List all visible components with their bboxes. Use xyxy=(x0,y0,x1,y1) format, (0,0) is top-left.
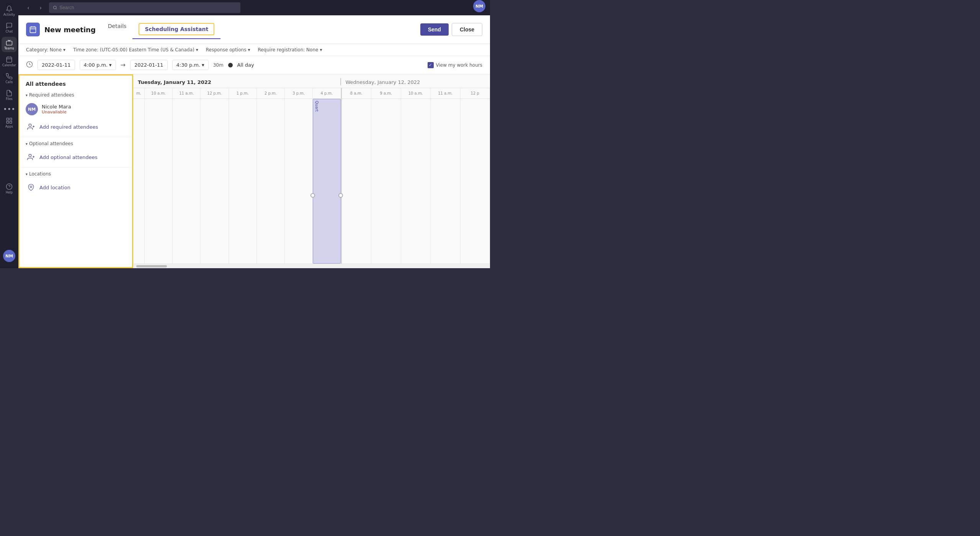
timezone-chevron: ▾ xyxy=(196,47,198,52)
all-attendees-header: All attendees xyxy=(20,75,132,90)
sidebar-item-help[interactable]: Help xyxy=(2,181,17,196)
optional-section-label: Optional attendees xyxy=(29,141,73,146)
day2-grid xyxy=(342,99,490,264)
tab-scheduling[interactable]: Scheduling Assistant xyxy=(132,20,220,39)
tab-details[interactable]: Details xyxy=(102,20,133,39)
end-time-chevron: ▾ xyxy=(202,62,204,68)
registration-option[interactable]: Require registration: None ▾ xyxy=(258,47,322,52)
end-time-select[interactable]: 4:30 p.m. ▾ xyxy=(172,60,209,70)
sidebar-item-teams[interactable]: Teams xyxy=(2,37,17,52)
time-header-row: m. 10 a.m. 11 a.m. 12 p.m. 1 p.m. 2 p.m.… xyxy=(133,88,490,99)
datetime-row: 2022-01-11 4:00 p.m. ▾ → 2022-01-11 4:30… xyxy=(18,56,490,74)
response-option[interactable]: Response options ▾ xyxy=(206,47,250,52)
day2-time-slots: 8 a.m. 9 a.m. 10 a.m. 11 a.m. 12 p xyxy=(341,88,490,98)
add-optional-label: Add optional attendees xyxy=(39,154,98,160)
locations-chevron: ▾ xyxy=(26,172,28,176)
add-location-button[interactable]: Add location xyxy=(20,179,132,196)
day1-time-slots: m. 10 a.m. 11 a.m. 12 p.m. 1 p.m. 2 p.m.… xyxy=(133,88,341,98)
attendee-item-nicole: NM Nicole Mara Unavailable xyxy=(20,100,132,118)
col-1pm xyxy=(229,99,257,264)
optional-section-header[interactable]: ▾ Optional attendees xyxy=(20,139,132,149)
end-time-value: 4:30 p.m. xyxy=(176,62,201,68)
add-optional-attendees-button[interactable]: Add optional attendees xyxy=(20,149,132,166)
send-button[interactable]: Send xyxy=(420,23,449,36)
drag-handle-right[interactable] xyxy=(338,193,343,198)
tab-scheduling-box: Scheduling Assistant xyxy=(139,23,214,35)
time-slot-partial: m. xyxy=(133,88,145,98)
start-time-value: 4:00 p.m. xyxy=(84,62,108,68)
meeting-title: New meeting xyxy=(44,26,96,34)
nav-forward-button[interactable]: › xyxy=(35,2,46,13)
end-date-input[interactable]: 2022-01-11 xyxy=(130,60,168,70)
time-slot-d2-9am: 9 a.m. xyxy=(371,88,401,98)
add-required-attendees-button[interactable]: Add required attendees xyxy=(20,118,132,135)
sidebar: Activity Chat Teams Calendar Calls Files… xyxy=(0,0,18,268)
user-avatar[interactable]: NM xyxy=(3,250,15,262)
locations-section-header[interactable]: ▾ Locations xyxy=(20,169,132,179)
day1-header: Tuesday, January 11, 2022 xyxy=(133,78,340,85)
search-icon xyxy=(53,5,57,10)
attendee-avatar-nm: NM xyxy=(26,103,38,115)
timezone-option[interactable]: Time zone: (UTC-05:00) Eastern Time (US … xyxy=(73,47,198,52)
work-hours-checkbox[interactable]: ✓ xyxy=(428,62,434,68)
time-slot-d2-11am: 11 a.m. xyxy=(431,88,461,98)
work-hours-label: View my work hours xyxy=(436,62,483,68)
col-partial xyxy=(133,99,145,264)
category-chevron: ▾ xyxy=(63,47,65,52)
meeting-panel: New meeting Details Scheduling Assistant… xyxy=(18,15,490,268)
work-hours-check[interactable]: ✓ View my work hours xyxy=(428,62,483,68)
meeting-header: New meeting Details Scheduling Assistant… xyxy=(18,15,490,44)
svg-rect-7 xyxy=(7,121,8,123)
col-11am xyxy=(173,99,201,264)
sidebar-item-files[interactable]: Files xyxy=(2,87,17,103)
sidebar-item-activity[interactable]: Activity xyxy=(2,3,17,18)
sidebar-item-chat[interactable]: Chat xyxy=(2,20,17,35)
sidebar-item-more[interactable]: ••• xyxy=(2,104,17,113)
time-slot-10am: 10 a.m. xyxy=(145,88,173,98)
time-slot-2pm: 2 p.m. xyxy=(257,88,285,98)
header-avatar[interactable]: NM xyxy=(473,0,485,12)
attendee-name-nicole: Nicole Mara xyxy=(42,104,71,110)
col-d2-9am xyxy=(371,99,401,264)
svg-rect-1 xyxy=(7,57,12,62)
time-slot-d2-12p: 12 p xyxy=(461,88,490,98)
day1-label: Tuesday, January 11, 2022 xyxy=(138,79,211,85)
time-slot-11am: 11 a.m. xyxy=(173,88,201,98)
start-date-input[interactable]: 2022-01-11 xyxy=(38,60,75,70)
category-option[interactable]: Category: None ▾ xyxy=(26,47,65,52)
search-input[interactable] xyxy=(60,5,237,10)
required-section-header[interactable]: ▾ Required attendees xyxy=(20,90,132,100)
scrollbar-thumb[interactable] xyxy=(136,265,167,267)
time-slot-1pm: 1 p.m. xyxy=(229,88,257,98)
attendee-status-nicole: Unavailable xyxy=(42,110,71,115)
all-day-label: All day xyxy=(237,62,254,68)
add-required-label: Add required attendees xyxy=(39,124,98,130)
svg-rect-0 xyxy=(7,41,12,45)
search-bar xyxy=(49,2,240,13)
section-divider-1 xyxy=(20,137,132,137)
col-d2-8am xyxy=(342,99,372,264)
attendee-info-nicole: Nicole Mara Unavailable xyxy=(42,104,71,115)
locations-section-label: Locations xyxy=(29,171,51,177)
options-bar: Category: None ▾ Time zone: (UTC-05:00) … xyxy=(18,44,490,56)
sidebar-item-calendar[interactable]: Calendar xyxy=(2,54,17,69)
tab-group: Details Scheduling Assistant xyxy=(102,20,220,39)
calendar-day-headers: Tuesday, January 11, 2022 Wednesday, Jan… xyxy=(133,74,490,88)
required-section-label: Required attendees xyxy=(29,92,74,98)
sidebar-item-apps[interactable]: Apps xyxy=(2,115,17,130)
nav-back-button[interactable]: ‹ xyxy=(23,2,34,13)
col-4pm: Quart xyxy=(313,99,341,264)
scrollbar-area xyxy=(133,264,490,268)
col-3pm xyxy=(285,99,313,264)
start-time-select[interactable]: 4:00 p.m. ▾ xyxy=(80,60,116,70)
time-arrow: → xyxy=(121,61,126,69)
close-button[interactable]: Close xyxy=(452,23,482,36)
grid-body: Quart xyxy=(133,99,490,264)
nav-buttons: ‹ › xyxy=(23,2,46,13)
svg-rect-5 xyxy=(7,118,8,120)
svg-rect-6 xyxy=(10,118,12,120)
sidebar-item-calls[interactable]: Calls xyxy=(2,70,17,86)
add-required-icon xyxy=(26,121,36,132)
meeting-icon xyxy=(26,23,40,36)
time-slot-d2-8am: 8 a.m. xyxy=(342,88,372,98)
